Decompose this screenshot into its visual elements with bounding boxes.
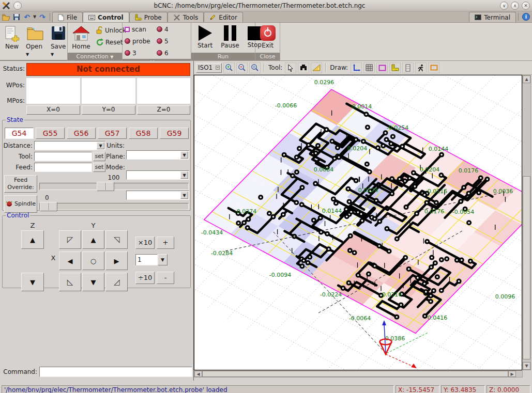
- open-icon[interactable]: [1, 11, 11, 22]
- undo-dropdown-icon[interactable]: ▼: [32, 11, 37, 22]
- step-minus-button[interactable]: -: [157, 272, 174, 284]
- window-menu-button[interactable]: ·: [13, 2, 22, 10]
- pause-button[interactable]: Pause: [219, 24, 241, 51]
- step-div10-button[interactable]: ÷10: [135, 272, 155, 284]
- tab-terminal[interactable]: Terminal: [469, 12, 516, 22]
- step-value-combobox[interactable]: 1: [135, 254, 158, 265]
- power-icon: [260, 25, 276, 41]
- info-icon[interactable]: i: [521, 11, 531, 22]
- scroll-right-icon[interactable]: ▶: [508, 371, 516, 377]
- feed-input[interactable]: [34, 163, 92, 172]
- step-dropdown-button[interactable]: ▼: [158, 254, 168, 265]
- select-cursor-icon[interactable]: [285, 62, 296, 73]
- feed-override-slider-handle[interactable]: [97, 182, 114, 191]
- wcs-g59-button[interactable]: G59: [160, 128, 189, 139]
- jog-xy-downright-button[interactable]: ◿: [105, 273, 128, 291]
- gcode-canvas[interactable]: 0.0296-0.0014-0.02540.01440.01760.00360.…: [194, 75, 522, 370]
- jog-z-up-button[interactable]: ▲: [21, 230, 44, 249]
- step-plus-button[interactable]: +: [157, 237, 174, 249]
- wcs-g54-button[interactable]: G54: [5, 128, 34, 139]
- tab-control[interactable]: Control: [83, 12, 129, 22]
- tool-set-button[interactable]: set: [93, 152, 105, 161]
- user-button-5[interactable]: 5: [157, 38, 187, 45]
- state-group-label: State: [6, 116, 24, 123]
- reset-icon: [96, 38, 104, 46]
- user-button-3[interactable]: 3: [125, 50, 155, 57]
- jog-xy-upright-button[interactable]: ◹: [105, 230, 128, 249]
- scroll-left-icon[interactable]: ◀: [194, 371, 202, 377]
- tab-probe[interactable]: Probe: [129, 12, 168, 22]
- zoom-in-icon[interactable]: [223, 62, 235, 73]
- exit-button[interactable]: Exit: [258, 24, 278, 51]
- save-icon[interactable]: [11, 11, 22, 22]
- wcs-g56-button[interactable]: G56: [67, 128, 96, 139]
- vertical-scroll-thumb[interactable]: [523, 176, 530, 359]
- wcs-g58-button[interactable]: G58: [129, 128, 158, 139]
- tab-file[interactable]: File: [52, 12, 83, 22]
- grid-icon[interactable]: [363, 62, 375, 73]
- user-button-probe[interactable]: probe: [125, 38, 155, 45]
- motion-icon[interactable]: [415, 62, 427, 73]
- feed-set-button[interactable]: set: [93, 163, 105, 172]
- unlock-icon: [96, 26, 103, 34]
- mode-combobox[interactable]: ▼: [126, 191, 189, 200]
- units-combobox[interactable]: ▼: [126, 150, 189, 160]
- home-button[interactable]: Home: [70, 24, 93, 52]
- user-button-6[interactable]: 6: [157, 50, 187, 57]
- minimize-button[interactable]: ∨: [500, 2, 508, 10]
- tab-tools[interactable]: Tools: [168, 12, 204, 22]
- connection-status[interactable]: Not connected: [26, 63, 190, 76]
- scroll-down-icon[interactable]: ▼: [523, 362, 530, 370]
- jog-home-button[interactable]: ○: [82, 251, 104, 270]
- jog-y-up-button[interactable]: ▲: [82, 230, 104, 249]
- maximize-button[interactable]: ∧: [511, 2, 519, 10]
- start-button[interactable]: Start: [195, 24, 215, 51]
- view-selector[interactable]: ISO1–: [196, 63, 222, 73]
- jog-xy-downleft-button[interactable]: ◺: [59, 273, 81, 291]
- close-button[interactable]: ✕: [522, 2, 530, 10]
- horizontal-scroll-thumb[interactable]: [202, 371, 508, 377]
- jog-z-down-button[interactable]: ▼: [21, 273, 44, 291]
- scroll-up-icon[interactable]: ▲: [523, 75, 530, 83]
- spindle-slider-handle[interactable]: [40, 202, 57, 211]
- ruler-triangle-icon[interactable]: [311, 62, 322, 73]
- zoom-fit-icon[interactable]: [249, 62, 261, 73]
- gantry-icon[interactable]: [298, 62, 309, 73]
- jog-x-minus-button[interactable]: ◀: [59, 251, 81, 270]
- play-icon: [199, 25, 212, 41]
- axes-icon[interactable]: [351, 62, 362, 73]
- control-icon: [88, 14, 95, 21]
- gcode-viewport[interactable]: 0.0296-0.0014-0.02540.01440.01760.00360.…: [194, 75, 522, 370]
- zero-z-button[interactable]: Z=0: [137, 105, 190, 115]
- new-button[interactable]: New: [2, 24, 22, 52]
- coord-z: Z: 0.0000: [487, 385, 530, 393]
- step-mul10-button[interactable]: ×10: [135, 237, 155, 249]
- jog-x-plus-button[interactable]: ▶: [105, 251, 128, 270]
- redo-icon[interactable]: ↷: [37, 11, 48, 22]
- command-input[interactable]: [39, 367, 192, 377]
- ruler-icon[interactable]: [389, 62, 401, 73]
- horizontal-scrollbar[interactable]: ◀ ▶: [194, 370, 523, 378]
- zero-x-button[interactable]: X=0: [26, 105, 80, 115]
- jog-xy-upleft-button[interactable]: ◸: [59, 230, 81, 249]
- margin-icon[interactable]: [376, 62, 388, 73]
- camera-icon[interactable]: [428, 62, 439, 73]
- open-button[interactable]: Open ▼: [24, 24, 47, 59]
- feed-override-button[interactable]: Feed Override:: [4, 175, 37, 193]
- wcs-g57-button[interactable]: G57: [98, 128, 127, 139]
- spindle-button[interactable]: Spindle: [4, 195, 37, 213]
- spindle-slider[interactable]: [39, 203, 189, 210]
- workarea-icon[interactable]: [402, 62, 414, 73]
- undo-icon[interactable]: ↶: [22, 11, 32, 22]
- wcs-g55-button[interactable]: G55: [36, 128, 65, 139]
- save-button[interactable]: Save ▼: [49, 24, 68, 59]
- zero-y-button[interactable]: Y=0: [82, 105, 135, 115]
- tab-editor[interactable]: Editor: [204, 12, 243, 22]
- vertical-scrollbar[interactable]: ▲ ▼: [522, 75, 531, 370]
- user-button-4[interactable]: 4: [157, 26, 187, 33]
- zoom-out-icon[interactable]: [236, 62, 248, 73]
- jog-y-down-button[interactable]: ▼: [82, 273, 104, 291]
- distance-combobox[interactable]: ▼: [34, 141, 105, 150]
- tool-input[interactable]: [34, 152, 92, 161]
- user-button-scan[interactable]: scan: [125, 26, 155, 33]
